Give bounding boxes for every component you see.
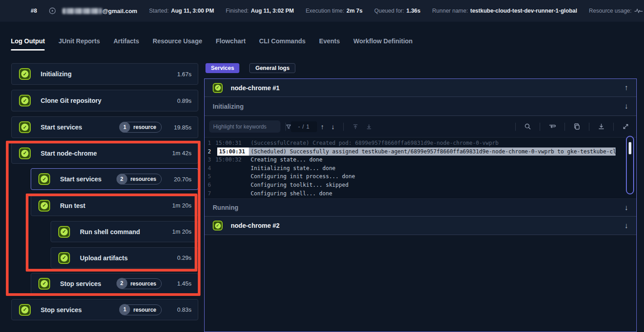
scroll-to-bottom-icon[interactable]: [362, 124, 376, 130]
toolbar-divider: [285, 123, 286, 131]
step-stop-services-nested[interactable]: ✓ Stop services 2 resources 1.45s: [31, 273, 198, 294]
step-duration: 1.67s: [167, 71, 191, 78]
step-start-services[interactable]: ✓ Start services 1 resource 19.85s: [11, 116, 198, 138]
toolbar-divider: [343, 123, 344, 131]
started-meta: Started: Aug 11, 3:00 PM: [149, 8, 214, 14]
log-line[interactable]: 3 15:00:32 Creating state... done: [205, 156, 616, 164]
log-line[interactable]: 5 Configuring init process... done: [205, 172, 616, 181]
log-line[interactable]: 7 Configuring shell... done: [205, 189, 616, 198]
collapse-arrow-icon[interactable]: ↑: [625, 84, 629, 92]
step-run-test[interactable]: ✓ Run test 1m 20s: [31, 195, 198, 216]
success-check-icon: ✓: [213, 221, 223, 231]
success-check-icon: ✓: [19, 68, 31, 80]
success-check-icon: ✓: [58, 252, 70, 264]
log-viewer: 1 15:00:31 (SuccessfulCreate) Created po…: [205, 138, 636, 199]
success-check-icon: ✓: [38, 173, 50, 185]
log-line[interactable]: 4 Initializing state... done: [205, 164, 616, 173]
user-email: @gmail.com: [62, 8, 137, 14]
success-check-icon: ✓: [19, 121, 31, 133]
search-icon[interactable]: [521, 123, 535, 130]
log-line-selected[interactable]: 2 15:00:31 (Scheduled) Successfully assi…: [205, 148, 616, 156]
log-actions: [510, 123, 633, 131]
toolbar-divider: [515, 123, 516, 131]
execution-time-meta: Execution time: 2m 7s: [306, 8, 363, 14]
step-duration: 0.83s: [167, 306, 191, 313]
services-log-panel: ✓ node-chrome #1 ↑ Initializing ↓ - / 1 …: [204, 78, 637, 332]
step-duration: 1m 20s: [167, 202, 191, 209]
step-upload-artifacts[interactable]: ✓ Upload artifacts 0.29s: [51, 247, 198, 268]
success-check-icon: ✓: [213, 83, 223, 93]
tab-general-logs[interactable]: General logs: [249, 63, 295, 73]
service-row-node-chrome-2[interactable]: ✓ node-chrome #2 ↓: [205, 217, 636, 235]
success-check-icon: ✓: [38, 278, 50, 290]
tab-log-output[interactable]: Log Output: [11, 33, 45, 51]
log-line[interactable]: 6 Configuring toolkit... skipped: [205, 181, 616, 189]
resource-count-badge: 2 resources: [117, 278, 162, 289]
queued-for-meta: Queued for: 1.36s: [374, 8, 420, 14]
next-match-icon[interactable]: ↓: [328, 123, 339, 130]
success-check-icon: ✓: [19, 95, 31, 106]
tab-services[interactable]: Services: [205, 63, 239, 73]
resource-count-badge: 2 resources: [117, 174, 162, 184]
resource-count-badge: 1 resource: [119, 304, 162, 315]
execution-number: #8: [31, 8, 37, 14]
tab-flowchart[interactable]: Flowchart: [216, 33, 246, 51]
service-row-node-chrome-1[interactable]: ✓ node-chrome #1 ↑: [205, 79, 636, 97]
success-check-icon: ✓: [58, 226, 70, 238]
download-icon[interactable]: [594, 123, 608, 130]
tab-artifacts[interactable]: Artifacts: [113, 33, 139, 51]
log-toolbar: - / 1 ↑ ↓: [205, 116, 636, 138]
scroll-to-top-icon[interactable]: [349, 124, 362, 130]
success-check-icon: ✓: [38, 200, 50, 212]
toolbar-divider: [565, 123, 565, 131]
fullscreen-expand-icon[interactable]: [619, 123, 633, 130]
runner-name-meta: Runner name: testkube-cloud-test-dev-run…: [432, 8, 577, 14]
success-check-icon: ✓: [19, 304, 31, 316]
step-stop-services[interactable]: ✓ Stop services 1 resource 0.83s: [11, 299, 198, 320]
step-duration: 20.70s: [167, 176, 191, 183]
step-duration: 1m 42s: [167, 150, 191, 157]
tab-workflow-definition[interactable]: Workflow Definition: [353, 33, 412, 51]
step-start-node-chrome[interactable]: ✓ Start node-chrome 1m 42s: [11, 143, 198, 164]
step-duration: 1.45s: [167, 280, 191, 287]
expand-arrow-icon[interactable]: ↓: [625, 222, 629, 230]
waveform-icon: [634, 8, 643, 14]
redacted-email-segment: [62, 8, 102, 14]
step-duration: 1m 20s: [167, 228, 191, 235]
step-duration: 19.85s: [167, 124, 191, 131]
log-view-switch: Services General logs: [205, 63, 295, 73]
expand-arrow-icon[interactable]: ↓: [625, 102, 629, 110]
log-scrollbar-thumb[interactable]: [629, 142, 631, 154]
resource-count-badge: 1 resource: [119, 122, 162, 133]
execution-details-page: #8 @gmail.com Started: Aug 11, 3:00 PM F…: [0, 0, 644, 332]
word-wrap-icon[interactable]: [545, 124, 560, 130]
step-run-shell-command[interactable]: ✓ Run shell command 1m 20s: [51, 221, 198, 242]
log-line[interactable]: 1 15:00:31 (SuccessfulCreate) Created po…: [205, 139, 616, 148]
execution-tabs: Log Output JUnit Reports Artifacts Resou…: [11, 33, 413, 51]
expand-arrow-icon[interactable]: ↓: [625, 204, 629, 212]
finished-meta: Finished: Aug 11, 3:02 PM: [226, 8, 294, 14]
toolbar-divider: [613, 123, 614, 131]
step-initializing[interactable]: ✓ Initializing 1.67s: [11, 63, 198, 85]
toolbar-divider: [589, 123, 589, 131]
copy-icon[interactable]: [570, 123, 584, 130]
toolbar-divider: [540, 123, 540, 131]
step-duration: 0.89s: [167, 97, 191, 104]
previous-match-icon[interactable]: ↑: [317, 123, 328, 130]
section-row-running[interactable]: Running ↓: [205, 199, 636, 217]
match-counter: - / 1: [291, 121, 317, 132]
tab-events[interactable]: Events: [319, 33, 340, 51]
step-start-services-nested[interactable]: ✓ Start services 2 resources 20.70s: [31, 168, 198, 190]
execution-header: #8 @gmail.com Started: Aug 11, 3:00 PM F…: [0, 0, 644, 22]
tab-junit-reports[interactable]: JUnit Reports: [58, 33, 100, 51]
step-clone-git-repository[interactable]: ✓ Clone Git repository 0.89s: [11, 90, 198, 111]
log-scrollbar-track[interactable]: [626, 136, 634, 194]
section-row-initializing[interactable]: Initializing ↓: [205, 97, 636, 116]
play-circle-icon: [49, 7, 56, 14]
step-duration: 0.29s: [167, 254, 191, 261]
tab-resource-usage[interactable]: Resource Usage: [153, 33, 202, 51]
tab-cli-commands[interactable]: CLI Commands: [259, 33, 306, 51]
keyword-highlight-input[interactable]: [213, 124, 283, 130]
success-check-icon: ✓: [19, 148, 31, 159]
keyword-highlight-input-wrap: [209, 120, 280, 133]
